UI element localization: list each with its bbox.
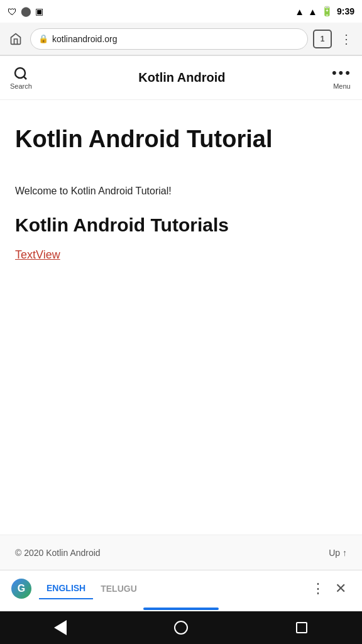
- home-circle-icon: [174, 621, 188, 635]
- site-header: Search Kotlin Android ••• Menu: [0, 56, 362, 100]
- svg-point-0: [15, 68, 25, 78]
- home-button[interactable]: [6, 30, 25, 48]
- main-content: Kotlin Android Tutorial Welcome to Kotli…: [0, 100, 362, 535]
- up-button[interactable]: Up ↑: [329, 548, 347, 558]
- site-title: Kotlin Android: [138, 70, 225, 85]
- menu-label: Menu: [333, 82, 351, 90]
- nav-recents-button[interactable]: [288, 614, 315, 641]
- battery-icon: 🔋: [321, 6, 333, 17]
- clock: 9:39: [337, 6, 354, 16]
- translation-close-button[interactable]: ✕: [329, 577, 352, 600]
- menu-dots-icon: •••: [332, 66, 352, 80]
- circle-icon: ⬤: [21, 6, 31, 17]
- translation-bar: G ENGLISH TELUGU ⋮ ✕: [0, 570, 362, 606]
- nav-back-button[interactable]: [47, 614, 74, 641]
- telugu-lang-button[interactable]: TELUGU: [93, 579, 145, 599]
- wifi-icon: ▲: [295, 6, 304, 17]
- english-lang-button[interactable]: ENGLISH: [39, 578, 93, 599]
- translation-more-button[interactable]: ⋮: [307, 577, 329, 600]
- status-bar: 🛡 ⬤ ▣ ▲ ▲ 🔋 9:39: [0, 0, 362, 23]
- lock-icon: 🔒: [38, 34, 48, 43]
- search-button[interactable]: Search: [10, 66, 32, 90]
- section-title: Kotlin Android Tutorials: [15, 214, 347, 236]
- translate-logo: G: [10, 577, 33, 600]
- system-nav-bar: [0, 611, 362, 644]
- status-bar-icons-right: ▲ ▲ 🔋 9:39: [295, 6, 354, 17]
- tab-count-button[interactable]: 1: [313, 30, 332, 48]
- site-footer: © 2020 Kotlin Android Up ↑: [0, 535, 362, 570]
- textview-link[interactable]: TextView: [15, 248, 60, 261]
- shield-icon: 🛡: [8, 6, 17, 17]
- back-icon: [54, 620, 67, 635]
- search-label: Search: [10, 82, 32, 90]
- translate-hint: [0, 606, 362, 611]
- url-bar[interactable]: 🔒 kotlinandroid.org: [30, 28, 308, 50]
- sim-icon: ▣: [35, 6, 43, 16]
- recents-icon: [296, 622, 307, 633]
- nav-home-button[interactable]: [167, 614, 195, 641]
- translate-hint-bar: [143, 608, 219, 610]
- google-translate-icon: G: [11, 579, 31, 599]
- page-title: Kotlin Android Tutorial: [15, 125, 347, 154]
- browser-more-button[interactable]: ⋮: [337, 30, 356, 48]
- welcome-text: Welcome to Kotlin Android Tutorial!: [15, 186, 347, 197]
- menu-button[interactable]: ••• Menu: [332, 66, 352, 90]
- url-text: kotlinandroid.org: [52, 34, 118, 44]
- copyright-text: © 2020 Kotlin Android: [15, 548, 101, 558]
- browser-bar: 🔒 kotlinandroid.org 1 ⋮: [0, 23, 362, 55]
- status-bar-icons-left: 🛡 ⬤ ▣: [8, 6, 43, 17]
- svg-line-1: [24, 76, 26, 79]
- signal-icon: ▲: [308, 6, 317, 17]
- search-icon: [13, 66, 28, 81]
